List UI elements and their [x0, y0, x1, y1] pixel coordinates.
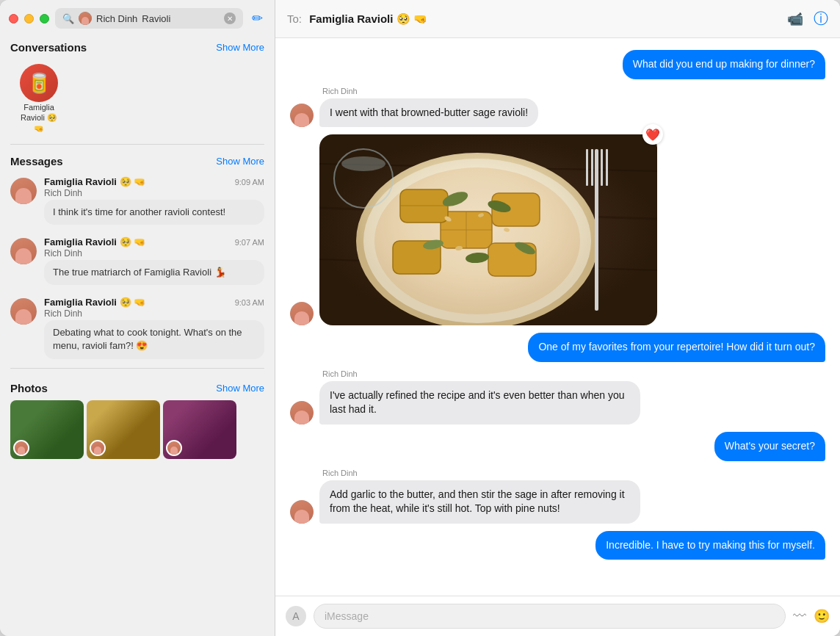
info-icon[interactable]: ⓘ: [814, 9, 828, 29]
bubble-content-image: ❤️: [319, 134, 657, 325]
input-icons: 〰 🙂: [793, 608, 830, 624]
messages-title: Messages: [10, 155, 63, 167]
bubble-row-1: Rich Dinh I went with that browned-butte…: [290, 87, 825, 128]
ravioli-image[interactable]: [319, 134, 657, 325]
svg-rect-24: [595, 149, 598, 311]
photo-avatar-1: [90, 440, 106, 456]
bubble-content-0: What did you end up making for dinner?: [623, 50, 825, 79]
conversation-item-famiglia[interactable]: 🥫 FamigliaRavioli 🥺 🤜: [6, 59, 72, 138]
maximize-button[interactable]: [40, 14, 49, 24]
bubble-row-image: ❤️: [290, 134, 825, 325]
msg-sub-1: Rich Dinh: [44, 248, 264, 259]
bubble-3: One of my favorites from your repertoire…: [528, 333, 825, 362]
msg-preview-2: Debating what to cook tonight. What's on…: [44, 320, 264, 358]
msg-content-0: Famiglia Ravioli 🥺 🤜 9:09 AM Rich Dinh I…: [44, 176, 264, 225]
bubble-avatar-image: [290, 302, 314, 325]
bubble-row-6: Rich Dinh Add garlic to the butter, and …: [290, 469, 825, 524]
bubble-row-3: One of my favorites from your repertoire…: [290, 333, 825, 362]
famiglia-name: FamigliaRavioli 🥺 🤜: [16, 102, 62, 134]
msg-avatar-0: [10, 178, 37, 204]
photos-show-more[interactable]: Show More: [216, 383, 264, 394]
message-input[interactable]: iMessage: [314, 604, 786, 629]
conversations-title: Conversations: [10, 41, 87, 54]
photos-title: Photos: [10, 382, 48, 394]
minimize-button[interactable]: [24, 14, 34, 24]
msg-time-1: 9:07 AM: [235, 238, 264, 247]
bubble-row-5: What's your secret?: [290, 432, 825, 461]
photos-section-header: Photos Show More: [0, 375, 275, 397]
msg-time-2: 9:03 AM: [235, 298, 264, 307]
msg-sender-1: Famiglia Ravioli 🥺 🤜: [44, 236, 145, 247]
bubble-content-3: One of my favorites from your repertoire…: [528, 333, 825, 362]
msg-avatar-1: [10, 238, 37, 264]
msg-time-0: 9:09 AM: [235, 178, 264, 187]
compose-button[interactable]: ✏: [249, 7, 266, 29]
svg-point-30: [341, 156, 385, 171]
photo-thumb-0[interactable]: [10, 400, 84, 459]
msg-sub-2: Rich Dinh: [44, 308, 264, 319]
image-wrapper: ❤️: [319, 134, 657, 325]
search-icon: 🔍: [62, 13, 74, 24]
bubble-1: I went with that browned-butter sage rav…: [319, 98, 538, 128]
video-call-icon[interactable]: 📹: [787, 11, 803, 27]
search-contact-avatar: [79, 12, 92, 25]
svg-rect-25: [586, 149, 588, 186]
msg-sender-2: Famiglia Ravioli 🥺 🤜: [44, 297, 145, 308]
svg-point-23: [374, 167, 580, 314]
traffic-lights: [9, 14, 49, 24]
bubble-5: What's your secret?: [714, 432, 825, 461]
chat-header-icons: 📹 ⓘ: [787, 9, 828, 29]
messages-show-more[interactable]: Show More: [216, 156, 264, 167]
bubble-sender-6: Rich Dinh: [319, 469, 640, 477]
chat-to-label: To: Famiglia Ravioli 🥺 🤜: [287, 12, 427, 26]
bubble-sender-1: Rich Dinh: [319, 87, 538, 95]
chat-header: To: Famiglia Ravioli 🥺 🤜 📹 ⓘ: [275, 0, 840, 38]
msg-sub-0: Rich Dinh: [44, 188, 264, 198]
message-item-0[interactable]: Famiglia Ravioli 🥺 🤜 9:09 AM Rich Dinh I…: [0, 170, 275, 231]
search-clear-button[interactable]: ✕: [224, 12, 236, 24]
msg-avatar-2: [10, 298, 37, 325]
photo-avatar-2: [166, 440, 182, 456]
svg-rect-28: [606, 149, 608, 186]
bubble-content-6: Rich Dinh Add garlic to the butter, and …: [319, 469, 640, 524]
msg-preview-0: I think it's time for another ravioli co…: [44, 200, 264, 225]
message-item-1[interactable]: Famiglia Ravioli 🥺 🤜 9:07 AM Rich Dinh T…: [0, 231, 275, 291]
photo-thumb-1[interactable]: [87, 400, 160, 459]
msg-content-2: Famiglia Ravioli 🥺 🤜 9:03 AM Rich Dinh D…: [44, 297, 264, 358]
app-store-icon[interactable]: A: [286, 606, 306, 626]
msg-content-1: Famiglia Ravioli 🥺 🤜 9:07 AM Rich Dinh T…: [44, 236, 264, 285]
bubble-sender-4: Rich Dinh: [319, 369, 640, 378]
audio-waveform-icon[interactable]: 〰: [793, 609, 806, 624]
close-button[interactable]: [9, 14, 18, 24]
photo-thumb-2[interactable]: [163, 400, 236, 459]
bubble-row-4: Rich Dinh I've actually refined the reci…: [290, 369, 825, 424]
bubble-content-7: Incredible. I have to try making this fo…: [595, 531, 825, 560]
chat-input-area: A iMessage 〰 🙂: [275, 596, 840, 636]
bubble-0: What did you end up making for dinner?: [623, 50, 825, 79]
svg-rect-27: [601, 149, 603, 186]
famiglia-avatar: 🥫: [20, 64, 58, 102]
chat-recipient: Famiglia Ravioli 🥺 🤜: [309, 12, 427, 25]
photos-grid: [0, 397, 275, 462]
bubble-content-5: What's your secret?: [714, 432, 825, 461]
svg-rect-26: [591, 149, 593, 186]
chat-area: To: Famiglia Ravioli 🥺 🤜 📹 ⓘ What did yo…: [275, 0, 840, 636]
bubble-4: I've actually refined the recipe and it'…: [319, 381, 640, 424]
sidebar-content: Conversations Show More 🥫 FamigliaRaviol…: [0, 34, 275, 636]
messages-scroll: What did you end up making for dinner? R…: [275, 38, 840, 596]
emoji-icon[interactable]: 🙂: [814, 608, 830, 624]
bubble-avatar-4: [290, 401, 314, 424]
bubble-6: Add garlic to the butter, and then stir …: [319, 480, 640, 524]
sidebar: 🔍 Rich Dinh Ravioli ✕ ✏ Conversations Sh…: [0, 0, 275, 636]
msg-sender-0: Famiglia Ravioli 🥺 🤜: [44, 176, 145, 187]
bubble-7: Incredible. I have to try making this fo…: [595, 531, 825, 560]
photo-avatar-0: [13, 440, 29, 456]
bubble-row-7: Incredible. I have to try making this fo…: [290, 531, 825, 560]
conversations-show-more[interactable]: Show More: [216, 42, 264, 53]
messages-section-header: Messages Show More: [0, 148, 275, 170]
message-item-2[interactable]: Famiglia Ravioli 🥺 🤜 9:03 AM Rich Dinh D…: [0, 291, 275, 364]
conversations-section-header: Conversations Show More: [0, 34, 275, 57]
bubble-content-1: Rich Dinh I went with that browned-butte…: [319, 87, 538, 128]
msg-preview-1: The true matriarch of Famiglia Ravioli 💃: [44, 260, 264, 285]
search-bar[interactable]: 🔍 Rich Dinh Ravioli ✕: [55, 8, 243, 29]
